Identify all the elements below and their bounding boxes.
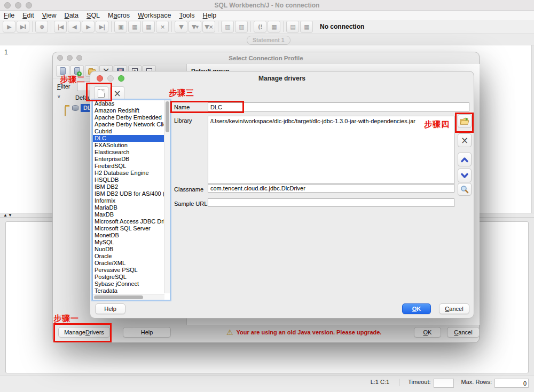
driver-list-item[interactable]: Oracle (93, 253, 170, 260)
menu-bar: FileEditViewDataSQLMacrosWorkspaceToolsH… (0, 11, 534, 20)
driver-list-item[interactable]: Apache Derby Embedded (93, 114, 170, 121)
close-icon[interactable] (97, 75, 103, 82)
move-down-button[interactable] (458, 169, 472, 182)
chevron-up-icon (461, 157, 468, 163)
cancel-button[interactable]: Cancel (439, 303, 469, 314)
delete-row-icon[interactable]: × (156, 21, 169, 33)
menu-view[interactable]: View (42, 12, 57, 19)
driver-list-item[interactable]: MariaDB (93, 204, 170, 211)
scrollbar-thumb[interactable] (94, 295, 143, 299)
save-icon[interactable]: ▣ (114, 21, 127, 33)
move-up-button[interactable] (458, 153, 472, 166)
step3-highlight-box (170, 101, 244, 113)
tab-statement-1[interactable]: Statement 1 (247, 36, 290, 45)
scrollbar-thumb[interactable] (166, 101, 169, 132)
folder-icon (65, 106, 66, 116)
close-icon[interactable] (4, 2, 11, 9)
driver-list-item[interactable]: Informix (93, 197, 170, 204)
maxrows-input[interactable] (494, 379, 529, 388)
driver-list-item[interactable]: Oracle/XML (93, 260, 170, 267)
driver-list-item[interactable]: Microsoft Access JDBC Driver (93, 218, 170, 225)
delete-driver-button[interactable]: × (110, 86, 124, 100)
minimize-icon[interactable] (15, 2, 21, 9)
driver-list-item[interactable]: MaxDB (93, 211, 170, 218)
reset-filter-icon[interactable]: ▼× (202, 21, 215, 33)
disconnect-icon[interactable]: (! (254, 21, 266, 33)
menu-macros[interactable]: Macros (108, 12, 130, 19)
commit-icon[interactable]: ▥ (221, 21, 234, 33)
sample-url-input[interactable] (208, 198, 454, 207)
maximize-icon[interactable] (76, 55, 82, 61)
driver-list-item[interactable]: HSQLDB (93, 177, 170, 183)
driver-list-item[interactable]: Apache Derby Network Client (93, 121, 170, 128)
menu-edit[interactable]: Edit (22, 12, 34, 19)
execute-current-icon[interactable]: ▶I (17, 21, 29, 33)
prev-row-icon[interactable]: ◀ (68, 21, 81, 33)
menu-data[interactable]: Data (65, 12, 78, 19)
name-input[interactable] (208, 102, 469, 111)
driver-list-item[interactable]: FirebirdSQL (93, 163, 170, 170)
new-tab-icon[interactable]: ▦ (268, 21, 280, 33)
driver-list-item[interactable]: MonetDB (93, 232, 170, 239)
help-button[interactable]: Help (123, 327, 171, 338)
cancel-button[interactable]: Cancel (447, 327, 480, 338)
first-row-icon[interactable]: |◀ (54, 21, 67, 33)
maximize-icon[interactable] (118, 75, 124, 82)
menu-file[interactable]: File (4, 12, 14, 19)
search-classname-button[interactable] (458, 183, 472, 196)
horizontal-scrollbar[interactable] (93, 294, 164, 300)
driver-list-item[interactable]: Amazon Redshift (93, 107, 170, 114)
last-row-icon[interactable]: ▶| (96, 21, 108, 33)
chevron-down-icon[interactable]: ∨ (57, 94, 61, 99)
library-textarea[interactable]: /Users/kevin/workspace/dlc-jdbc/target/d… (208, 116, 454, 184)
menu-help[interactable]: Help (203, 12, 217, 19)
warning-text: Your are using an old Java version. Plea… (237, 329, 382, 335)
minimize-icon[interactable] (67, 55, 73, 61)
update-db-icon[interactable]: ▦ (128, 21, 141, 33)
driver-list-item[interactable]: H2 Database Engine (93, 170, 170, 177)
driver-list-item[interactable]: MySQL (93, 239, 170, 246)
next-row-icon[interactable]: ▶ (82, 21, 95, 33)
splitter-arrows-icon[interactable]: ▲▼ (3, 213, 13, 218)
driver-list-item[interactable]: IBM DB2 UDB for AS/400 (iSeries) (93, 190, 170, 197)
driver-list-item[interactable]: Sybase jConnect (93, 281, 170, 287)
cancel-execute-icon[interactable]: ⊗ (35, 21, 48, 33)
status-bar: L:1 C:1 Timeout: Max. Rows: (0, 375, 534, 392)
menu-tools[interactable]: Tools (179, 12, 194, 19)
driver-list-item[interactable]: IBM DB2 (93, 183, 170, 190)
close-icon[interactable] (57, 55, 63, 61)
table-search-icon[interactable]: ▦ (300, 21, 313, 33)
classname-input[interactable] (208, 184, 454, 193)
delete-icon: × (113, 89, 121, 98)
insert-row-icon[interactable]: ▦ (142, 21, 155, 33)
driver-list-item[interactable]: DLC (93, 135, 170, 142)
toolbar-separator (250, 21, 251, 32)
menu-workspace[interactable]: Workspace (138, 12, 171, 19)
rollback-icon[interactable]: ▥ (235, 21, 248, 33)
driver-list-item[interactable]: EnterpriseDB (93, 156, 170, 163)
driver-list-item[interactable]: Elasticsearch (93, 149, 170, 156)
maximize-icon[interactable] (26, 2, 32, 9)
vertical-scrollbar[interactable] (164, 100, 170, 293)
driver-list-item[interactable]: Pervasive PSQL (93, 267, 170, 274)
execute-icon[interactable]: ▶ (3, 21, 15, 33)
driver-list-item[interactable]: EXASolution (93, 142, 170, 149)
driver-list-item[interactable]: NuoDB (93, 246, 170, 253)
remove-library-button[interactable]: × (458, 133, 472, 147)
search-icon (460, 185, 469, 194)
driver-list-item[interactable]: Microsoft SQL Server (93, 225, 170, 232)
driver-list[interactable]: AdabasAmazon RedshiftApache Derby Embedd… (92, 100, 170, 300)
toolbar-separator (111, 21, 112, 32)
timeout-input[interactable] (434, 379, 454, 388)
filter-dropdown-icon[interactable]: ▼▾ (189, 21, 201, 33)
driver-list-item[interactable]: PostgreSQL (93, 274, 170, 281)
ok-button[interactable]: OK (402, 303, 431, 314)
driver-list-item[interactable]: Cubrid (93, 128, 170, 135)
db-explorer-icon[interactable]: ▤ (286, 21, 299, 33)
ok-button[interactable]: OK (414, 327, 441, 338)
filter-icon[interactable]: ▼ (175, 21, 187, 33)
help-button[interactable]: Help (95, 303, 125, 314)
manage-drivers-dialog: Manage drivers × AdabasAmazon RedshiftAp… (90, 71, 474, 318)
menu-sql[interactable]: SQL (87, 12, 100, 19)
minimize-icon[interactable] (107, 75, 114, 82)
